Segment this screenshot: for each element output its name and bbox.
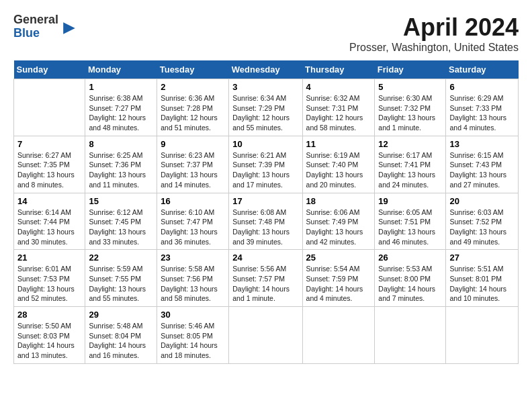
calendar-cell: 18 Sunrise: 6:06 AMSunset: 7:49 PMDaylig… [302, 193, 375, 250]
day-number: 17 [232, 196, 298, 206]
calendar-cell: 26 Sunrise: 5:53 AMSunset: 8:00 PMDaylig… [375, 250, 446, 307]
day-number: 22 [89, 253, 153, 263]
day-info: Sunrise: 6:36 AMSunset: 7:28 PMDaylight:… [161, 94, 218, 132]
calendar-cell: 19 Sunrise: 6:05 AMSunset: 7:51 PMDaylig… [375, 193, 446, 250]
calendar-cell: 23 Sunrise: 5:58 AMSunset: 7:56 PMDaylig… [157, 250, 229, 307]
day-number: 3 [232, 82, 298, 92]
day-info: Sunrise: 6:08 AMSunset: 7:48 PMDaylight:… [232, 208, 290, 246]
day-number: 19 [378, 196, 442, 206]
day-info: Sunrise: 6:17 AMSunset: 7:41 PMDaylight:… [378, 151, 435, 189]
calendar-cell [375, 307, 446, 364]
weekday-header-saturday: Saturday [446, 60, 519, 79]
calendar-cell: 4 Sunrise: 6:32 AMSunset: 7:31 PMDayligh… [302, 79, 375, 136]
day-info: Sunrise: 6:25 AMSunset: 7:36 PMDaylight:… [89, 151, 146, 189]
title-area: April 2024 Prosser, Washington, United S… [349, 13, 519, 54]
calendar-cell: 10 Sunrise: 6:21 AMSunset: 7:39 PMDaylig… [229, 136, 302, 193]
day-number: 5 [378, 82, 442, 92]
calendar-cell: 16 Sunrise: 6:10 AMSunset: 7:47 PMDaylig… [157, 193, 229, 250]
calendar-table: SundayMondayTuesdayWednesdayThursdayFrid… [13, 60, 519, 364]
calendar-week-3: 14 Sunrise: 6:14 AMSunset: 7:44 PMDaylig… [14, 193, 519, 250]
day-info: Sunrise: 5:51 AMSunset: 8:01 PMDaylight:… [449, 265, 506, 302]
logo-arrow-icon [61, 20, 77, 36]
calendar-cell: 24 Sunrise: 5:56 AMSunset: 7:57 PMDaylig… [229, 250, 302, 307]
svg-marker-0 [63, 22, 75, 34]
day-info: Sunrise: 6:01 AMSunset: 7:53 PMDaylight:… [17, 265, 75, 302]
calendar-week-5: 28 Sunrise: 5:50 AMSunset: 8:03 PMDaylig… [14, 307, 519, 364]
location: Prosser, Washington, United States [349, 42, 519, 54]
day-number: 1 [89, 82, 153, 92]
day-info: Sunrise: 5:50 AMSunset: 8:03 PMDaylight:… [17, 322, 75, 359]
day-number: 25 [306, 253, 371, 263]
calendar-cell: 14 Sunrise: 6:14 AMSunset: 7:44 PMDaylig… [14, 193, 85, 250]
calendar-cell: 3 Sunrise: 6:34 AMSunset: 7:29 PMDayligh… [229, 79, 302, 136]
calendar-cell: 11 Sunrise: 6:19 AMSunset: 7:40 PMDaylig… [302, 136, 375, 193]
day-info: Sunrise: 6:23 AMSunset: 7:37 PMDaylight:… [161, 151, 218, 189]
day-info: Sunrise: 6:10 AMSunset: 7:47 PMDaylight:… [161, 208, 218, 246]
calendar-cell [229, 307, 302, 364]
calendar-cell: 30 Sunrise: 5:46 AMSunset: 8:05 PMDaylig… [157, 307, 229, 364]
day-number: 9 [161, 139, 225, 149]
logo-blue: Blue [13, 27, 58, 40]
page-header: General Blue April 2024 Prosser, Washing… [13, 13, 519, 54]
calendar-cell: 29 Sunrise: 5:48 AMSunset: 8:04 PMDaylig… [85, 307, 157, 364]
logo-text: General Blue [13, 13, 58, 40]
day-info: Sunrise: 6:19 AMSunset: 7:40 PMDaylight:… [306, 151, 363, 189]
calendar-cell: 8 Sunrise: 6:25 AMSunset: 7:36 PMDayligh… [85, 136, 157, 193]
calendar-cell: 22 Sunrise: 5:59 AMSunset: 7:55 PMDaylig… [85, 250, 157, 307]
calendar-week-4: 21 Sunrise: 6:01 AMSunset: 7:53 PMDaylig… [14, 250, 519, 307]
day-number: 12 [378, 139, 442, 149]
calendar-cell: 17 Sunrise: 6:08 AMSunset: 7:48 PMDaylig… [229, 193, 302, 250]
day-info: Sunrise: 6:32 AMSunset: 7:31 PMDaylight:… [306, 94, 363, 132]
day-info: Sunrise: 5:59 AMSunset: 7:55 PMDaylight:… [89, 265, 146, 302]
day-info: Sunrise: 6:29 AMSunset: 7:33 PMDaylight:… [449, 94, 506, 132]
day-number: 18 [306, 196, 371, 206]
calendar-body: 1 Sunrise: 6:38 AMSunset: 7:27 PMDayligh… [14, 79, 519, 364]
day-number: 15 [89, 196, 153, 206]
calendar-week-1: 1 Sunrise: 6:38 AMSunset: 7:27 PMDayligh… [14, 79, 519, 136]
calendar-cell [302, 307, 375, 364]
day-info: Sunrise: 6:30 AMSunset: 7:32 PMDaylight:… [378, 94, 435, 132]
weekday-header-tuesday: Tuesday [157, 60, 229, 79]
day-number: 30 [161, 310, 225, 320]
day-number: 23 [161, 253, 225, 263]
calendar-week-2: 7 Sunrise: 6:27 AMSunset: 7:35 PMDayligh… [14, 136, 519, 193]
day-number: 29 [89, 310, 153, 320]
day-info: Sunrise: 6:34 AMSunset: 7:29 PMDaylight:… [232, 94, 290, 132]
calendar-cell [14, 79, 85, 136]
day-number: 27 [449, 253, 515, 263]
day-info: Sunrise: 6:06 AMSunset: 7:49 PMDaylight:… [306, 208, 363, 246]
day-info: Sunrise: 5:46 AMSunset: 8:05 PMDaylight:… [161, 322, 218, 359]
day-info: Sunrise: 5:53 AMSunset: 8:00 PMDaylight:… [378, 265, 435, 302]
calendar-cell: 13 Sunrise: 6:15 AMSunset: 7:43 PMDaylig… [446, 136, 519, 193]
day-info: Sunrise: 6:15 AMSunset: 7:43 PMDaylight:… [449, 151, 506, 189]
day-number: 26 [378, 253, 442, 263]
day-number: 24 [232, 253, 298, 263]
calendar-cell: 12 Sunrise: 6:17 AMSunset: 7:41 PMDaylig… [375, 136, 446, 193]
calendar-cell: 2 Sunrise: 6:36 AMSunset: 7:28 PMDayligh… [157, 79, 229, 136]
day-info: Sunrise: 6:03 AMSunset: 7:52 PMDaylight:… [449, 208, 506, 246]
day-info: Sunrise: 6:12 AMSunset: 7:45 PMDaylight:… [89, 208, 146, 246]
day-number: 2 [161, 82, 225, 92]
day-number: 6 [449, 82, 515, 92]
calendar-cell: 1 Sunrise: 6:38 AMSunset: 7:27 PMDayligh… [85, 79, 157, 136]
logo-general: General [13, 13, 58, 27]
day-number: 7 [17, 139, 81, 149]
calendar-cell: 9 Sunrise: 6:23 AMSunset: 7:37 PMDayligh… [157, 136, 229, 193]
calendar-header: SundayMondayTuesdayWednesdayThursdayFrid… [14, 60, 519, 79]
day-number: 20 [449, 196, 515, 206]
day-info: Sunrise: 6:27 AMSunset: 7:35 PMDaylight:… [17, 151, 75, 189]
day-number: 10 [232, 139, 298, 149]
calendar-cell: 21 Sunrise: 6:01 AMSunset: 7:53 PMDaylig… [14, 250, 85, 307]
calendar-cell: 5 Sunrise: 6:30 AMSunset: 7:32 PMDayligh… [375, 79, 446, 136]
day-number: 28 [17, 310, 81, 320]
day-info: Sunrise: 5:56 AMSunset: 7:57 PMDaylight:… [232, 265, 290, 302]
day-info: Sunrise: 6:05 AMSunset: 7:51 PMDaylight:… [378, 208, 435, 246]
day-number: 13 [449, 139, 515, 149]
day-info: Sunrise: 6:38 AMSunset: 7:27 PMDaylight:… [89, 94, 146, 132]
weekday-header-wednesday: Wednesday [229, 60, 302, 79]
day-number: 16 [161, 196, 225, 206]
day-number: 11 [306, 139, 371, 149]
day-info: Sunrise: 6:14 AMSunset: 7:44 PMDaylight:… [17, 208, 75, 246]
calendar-cell: 6 Sunrise: 6:29 AMSunset: 7:33 PMDayligh… [446, 79, 519, 136]
calendar-cell: 25 Sunrise: 5:54 AMSunset: 7:59 PMDaylig… [302, 250, 375, 307]
